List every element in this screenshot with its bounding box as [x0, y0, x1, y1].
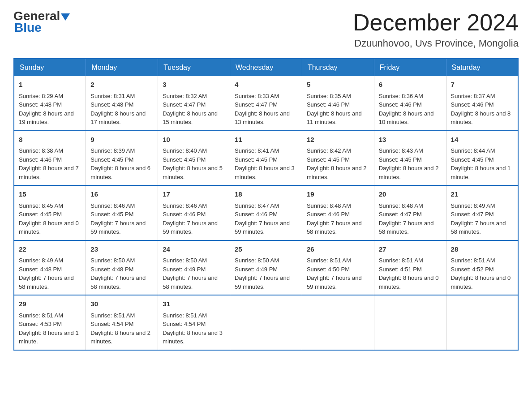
calendar-cell: 2Sunrise: 8:31 AMSunset: 4:48 PMDaylight…: [86, 76, 158, 131]
daylight: Daylight: 7 hours and 59 minutes.: [90, 220, 146, 235]
sunrise: Sunrise: 8:42 AM: [307, 147, 351, 154]
sunrise: Sunrise: 8:46 AM: [90, 202, 135, 209]
day-number: 25: [235, 244, 297, 255]
sunset: Sunset: 4:45 PM: [90, 156, 133, 163]
day-number: 7: [451, 80, 513, 90]
sunrise: Sunrise: 8:51 AM: [451, 257, 495, 264]
sunrise: Sunrise: 8:51 AM: [307, 257, 351, 264]
daylight: Daylight: 8 hours and 5 minutes.: [163, 165, 223, 180]
calendar-cell: 9Sunrise: 8:39 AMSunset: 4:45 PMDaylight…: [86, 131, 158, 186]
sunrise: Sunrise: 8:41 AM: [235, 147, 279, 154]
daylight: Daylight: 8 hours and 3 minutes.: [163, 330, 223, 345]
daylight: Daylight: 8 hours and 17 minutes.: [90, 110, 146, 126]
day-number: 3: [163, 80, 225, 90]
daylight: Daylight: 8 hours and 7 minutes.: [19, 165, 79, 180]
sunrise: Sunrise: 8:51 AM: [163, 312, 207, 319]
sunrise: Sunrise: 8:51 AM: [90, 312, 135, 319]
sunrise: Sunrise: 8:45 AM: [19, 202, 63, 209]
sunrise: Sunrise: 8:43 AM: [379, 147, 423, 154]
calendar-cell: 21Sunrise: 8:49 AMSunset: 4:47 PMDayligh…: [446, 185, 518, 240]
day-number: 27: [379, 244, 442, 255]
sunset: Sunset: 4:45 PM: [379, 156, 422, 163]
calendar-cell: 26Sunrise: 8:51 AMSunset: 4:50 PMDayligh…: [302, 240, 374, 295]
daylight: Daylight: 7 hours and 59 minutes.: [235, 274, 290, 290]
page-header: General Blue December 2024 Dzuunhovoo, U…: [13, 9, 519, 49]
daylight: Daylight: 8 hours and 1 minute.: [451, 165, 511, 180]
sunset: Sunset: 4:45 PM: [90, 211, 133, 218]
daylight: Daylight: 8 hours and 6 minutes.: [90, 165, 150, 180]
calendar-week-row: 29Sunrise: 8:51 AMSunset: 4:53 PMDayligh…: [14, 295, 518, 350]
calendar-cell: 11Sunrise: 8:41 AMSunset: 4:45 PMDayligh…: [230, 131, 302, 186]
sunrise: Sunrise: 8:29 AM: [19, 93, 63, 99]
sunrise: Sunrise: 8:48 AM: [307, 202, 351, 209]
calendar-cell: 5Sunrise: 8:35 AMSunset: 4:46 PMDaylight…: [302, 76, 374, 131]
sunrise: Sunrise: 8:32 AM: [163, 93, 207, 99]
day-number: 13: [379, 135, 442, 145]
calendar-table: SundayMondayTuesdayWednesdayThursdayFrid…: [13, 58, 519, 351]
sunset: Sunset: 4:50 PM: [307, 266, 350, 273]
sunrise: Sunrise: 8:33 AM: [235, 93, 279, 99]
day-header-tuesday: Tuesday: [158, 59, 230, 76]
day-number: 4: [235, 80, 297, 90]
calendar-cell: 3Sunrise: 8:32 AMSunset: 4:47 PMDaylight…: [158, 76, 230, 131]
calendar-cell: [374, 295, 446, 350]
day-number: 6: [379, 80, 442, 90]
day-number: 31: [163, 299, 225, 309]
location-title: Dzuunhovoo, Uvs Province, Mongolia: [353, 38, 519, 49]
day-number: 16: [90, 189, 153, 200]
daylight: Daylight: 7 hours and 59 minutes.: [163, 220, 218, 235]
sunrise: Sunrise: 8:39 AM: [90, 147, 135, 154]
daylight: Daylight: 8 hours and 15 minutes.: [163, 110, 218, 126]
sunset: Sunset: 4:45 PM: [451, 156, 494, 163]
calendar-cell: 23Sunrise: 8:50 AMSunset: 4:48 PMDayligh…: [86, 240, 158, 295]
calendar-cell: 13Sunrise: 8:43 AMSunset: 4:45 PMDayligh…: [374, 131, 446, 186]
calendar-cell: 15Sunrise: 8:45 AMSunset: 4:45 PMDayligh…: [14, 185, 86, 240]
sunrise: Sunrise: 8:46 AM: [163, 202, 207, 209]
daylight: Daylight: 8 hours and 10 minutes.: [379, 110, 434, 126]
calendar-week-row: 8Sunrise: 8:38 AMSunset: 4:46 PMDaylight…: [14, 131, 518, 186]
daylight: Daylight: 8 hours and 2 minutes.: [90, 330, 150, 345]
day-number: 19: [307, 189, 369, 200]
day-number: 18: [235, 189, 297, 200]
calendar-cell: 24Sunrise: 8:50 AMSunset: 4:49 PMDayligh…: [158, 240, 230, 295]
logo-blue-text: Blue: [13, 21, 42, 35]
sunset: Sunset: 4:49 PM: [235, 266, 278, 273]
sunset: Sunset: 4:48 PM: [19, 266, 62, 273]
calendar-cell: 17Sunrise: 8:46 AMSunset: 4:46 PMDayligh…: [158, 185, 230, 240]
title-section: December 2024 Dzuunhovoo, Uvs Province, …: [353, 9, 519, 49]
sunset: Sunset: 4:46 PM: [451, 101, 494, 108]
day-number: 12: [307, 135, 369, 145]
sunset: Sunset: 4:46 PM: [307, 211, 350, 218]
daylight: Daylight: 8 hours and 19 minutes.: [19, 110, 74, 126]
sunrise: Sunrise: 8:44 AM: [451, 147, 495, 154]
daylight: Daylight: 7 hours and 59 minutes.: [307, 274, 362, 290]
day-number: 1: [19, 80, 81, 90]
sunrise: Sunrise: 8:51 AM: [379, 257, 423, 264]
sunset: Sunset: 4:45 PM: [235, 156, 278, 163]
sunset: Sunset: 4:53 PM: [19, 321, 62, 327]
day-number: 15: [19, 189, 81, 200]
calendar-header-row: SundayMondayTuesdayWednesdayThursdayFrid…: [14, 59, 518, 76]
daylight: Daylight: 7 hours and 58 minutes.: [451, 220, 506, 235]
daylight: Daylight: 7 hours and 58 minutes.: [90, 274, 146, 290]
sunset: Sunset: 4:51 PM: [379, 266, 422, 273]
day-number: 11: [235, 135, 297, 145]
calendar-cell: 16Sunrise: 8:46 AMSunset: 4:45 PMDayligh…: [86, 185, 158, 240]
daylight: Daylight: 8 hours and 11 minutes.: [307, 110, 362, 126]
calendar-cell: 25Sunrise: 8:50 AMSunset: 4:49 PMDayligh…: [230, 240, 302, 295]
calendar-cell: 1Sunrise: 8:29 AMSunset: 4:48 PMDaylight…: [14, 76, 86, 131]
daylight: Daylight: 8 hours and 8 minutes.: [451, 110, 511, 126]
sunrise: Sunrise: 8:31 AM: [90, 93, 135, 99]
sunset: Sunset: 4:48 PM: [90, 101, 133, 108]
calendar-week-row: 1Sunrise: 8:29 AMSunset: 4:48 PMDaylight…: [14, 76, 518, 131]
sunrise: Sunrise: 8:49 AM: [451, 202, 495, 209]
sunset: Sunset: 4:48 PM: [90, 266, 133, 273]
sunset: Sunset: 4:45 PM: [19, 211, 62, 218]
day-number: 14: [451, 135, 513, 145]
calendar-cell: 30Sunrise: 8:51 AMSunset: 4:54 PMDayligh…: [86, 295, 158, 350]
sunset: Sunset: 4:46 PM: [379, 101, 422, 108]
daylight: Daylight: 7 hours and 58 minutes.: [379, 220, 434, 235]
sunrise: Sunrise: 8:35 AM: [307, 93, 351, 99]
sunrise: Sunrise: 8:50 AM: [235, 257, 279, 264]
day-header-saturday: Saturday: [446, 59, 518, 76]
